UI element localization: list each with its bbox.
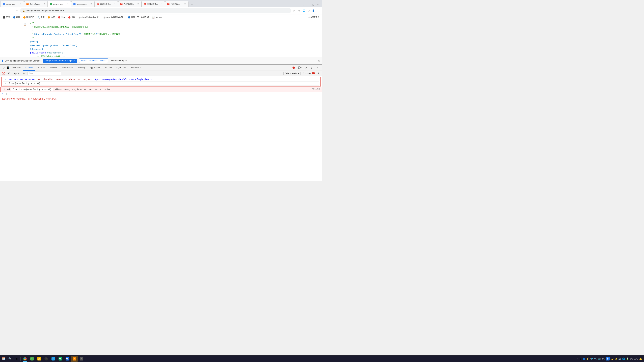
tab-network[interactable]: Network [47, 65, 59, 71]
reload-btn[interactable]: ↻ [14, 8, 19, 13]
tab-console[interactable]: Console [23, 65, 35, 71]
tab-close-btn[interactable]: ✕ [66, 3, 69, 5]
tab-close-btn[interactable]: ✕ [160, 3, 163, 5]
bookmark-smms[interactable]: 📊 SM.MS [151, 15, 163, 19]
java-icon2: ☕ [103, 16, 106, 18]
tab-close-btn[interactable]: ✕ [19, 3, 22, 5]
issues-badge-area: 3 Issues: 3 [303, 72, 315, 75]
devtools-settings-btn[interactable]: ⚙ [304, 65, 308, 70]
more-icon[interactable]: ⋮ [316, 9, 320, 13]
context-selector[interactable]: top ▼ [13, 72, 20, 75]
search-icon: 🔍 [38, 16, 40, 18]
console-settings-btn[interactable]: ⚙ [316, 71, 321, 76]
error-line-container: ⚠ ▶ Webfunction(e){console.log(e.data)}t… [0, 87, 322, 92]
bookmark-label: 阿里巴巴 [26, 16, 34, 19]
extension-icon[interactable]: ⬡ [306, 9, 310, 13]
tab-feng[interactable]: 冯 冯远征说莫... ✕ [118, 1, 142, 7]
bookmark-jd[interactable]: 🔴 京东 [56, 15, 66, 19]
tab-quanguo[interactable]: 全 全国政协委... ✕ [142, 1, 165, 7]
tab-title: spring bo... [6, 3, 18, 5]
always-match-btn[interactable]: Always match Chrome's language [43, 59, 77, 63]
tab-springboo[interactable]: S SpringBoo... ✕ [24, 1, 48, 7]
eye-btn[interactable]: 👁 [22, 71, 26, 76]
tab-bar-end: ⌄ ─ □ ✕ [302, 3, 321, 7]
notify-close-btn[interactable]: ✕ [318, 59, 320, 62]
cursor-placeholder: | [6, 93, 7, 95]
java-icon: ☕ [78, 16, 81, 18]
tab-var-ws[interactable]: v var ws=ne... ✕ [48, 1, 71, 7]
tab-4msg[interactable]: C (4条消息)... ✕ [165, 1, 188, 7]
bookmark-apps[interactable]: ⬛ 应用 [1, 15, 11, 19]
bookmark-label: Java 数据结构与算... [106, 16, 125, 19]
prompt-arrow: > [5, 78, 6, 81]
bookmark-java1[interactable]: ☕ Java 数据结构与算... [77, 15, 102, 19]
default-levels-select[interactable]: Default levels ▼ [284, 72, 300, 75]
clear-console-btn[interactable]: 🚫 [1, 71, 6, 76]
close-window-btn[interactable]: ✕ [316, 3, 320, 7]
devtools-close-btn[interactable]: ✕ [315, 65, 319, 70]
bookmark-baidu[interactable]: 🔵 百度 [12, 15, 22, 19]
profile-icon[interactable]: 👤 [311, 9, 315, 13]
bookmark-label: SM.MS [155, 16, 162, 18]
tab-lighthouse[interactable]: Lighthouse [114, 65, 129, 71]
taobao-icon: 🟠 [48, 16, 50, 18]
bookmark-label: 天猫 [71, 16, 75, 19]
minimize-btn[interactable]: ─ [306, 3, 310, 7]
tab-close-btn[interactable]: ✕ [43, 3, 46, 5]
tab-close-btn[interactable]: ✕ [184, 3, 186, 5]
tab-favicon: w [73, 3, 76, 5]
bookmark-baidu-search[interactable]: 🔵 百度一下，你就知道 [126, 15, 150, 19]
tab-close-btn[interactable]: ✕ [137, 3, 139, 5]
tab-list-btn[interactable]: ⌄ [302, 3, 306, 7]
switch-devtools-btn[interactable]: Switch DevTools to Chinese [79, 58, 108, 63]
dont-show-btn[interactable]: Don't show again [110, 59, 128, 63]
inspect-element-btn[interactable]: ⬡ [1, 65, 6, 70]
bookmark-taobao[interactable]: 🟠 淘宝 [46, 15, 56, 19]
tab-close-btn[interactable]: ✕ [90, 3, 92, 5]
tab-memory[interactable]: Memory [76, 65, 88, 71]
baidu2-icon: 🔵 [128, 16, 130, 18]
copy-icon[interactable]: 📋 [24, 22, 27, 26]
tab-recorder[interactable]: Recorder ▲ [129, 65, 144, 71]
tab-favicon: 冯 [120, 3, 122, 5]
tab-title: 首架接返在... [100, 3, 112, 5]
tab-favicon: v [50, 3, 52, 5]
bookmark-search[interactable]: 🔍 搜索 [36, 15, 46, 19]
tab-performance[interactable]: Performance [59, 65, 76, 71]
reading-list[interactable]: 📖 阅读清单 [307, 15, 321, 19]
bookmark-alibaba[interactable]: 🟠 阿里巴巴 [22, 15, 36, 19]
device-mode-btn[interactable]: 📱 [6, 65, 10, 70]
tab-security[interactable]: Security [102, 65, 114, 71]
issues-indicator: 💬 3 [298, 66, 302, 69]
new-tab-btn[interactable]: + [189, 2, 194, 7]
console-empty-line[interactable]: > | [0, 92, 322, 96]
bookmark-label: 阅读清单 [311, 16, 319, 19]
tab-websocket[interactable]: w websocket... ✕ [71, 1, 94, 7]
tab-spring-bo[interactable]: S spring bo... ✕ [1, 1, 24, 7]
address-bar-input[interactable]: 🔒 cnblogs.com/xuwenjin/p/12664650.html [20, 8, 291, 13]
bookmark-icon[interactable]: ☆ [297, 9, 301, 13]
share-icon[interactable]: ⇱ [292, 9, 296, 13]
chinese-message: 如果后台开启了监听服务，则可以实现连接，并打印消息 [0, 96, 322, 102]
maximize-btn[interactable]: □ [311, 3, 315, 7]
devtools-more-btn[interactable]: ⋮ [309, 65, 314, 70]
page-content: 📋 /** * 前后端交互的类实现消息的接收推送 (自己发送给自己) * * @… [0, 20, 322, 57]
smms-icon: 📊 [152, 16, 155, 18]
notify-text: DevTools is now available in Chinese! [5, 59, 41, 62]
devtools-panel: ⬡ 📱 Elements Console Sources Network Per… [0, 64, 322, 181]
bookmark-label: Java 数据结构与算... [82, 16, 100, 19]
back-btn[interactable]: ← [2, 8, 7, 13]
bookmark-java2[interactable]: ☕ Java 数据结构与算... [102, 15, 126, 19]
tab-sources[interactable]: Sources [35, 65, 47, 71]
tab-elements[interactable]: Elements [10, 65, 23, 71]
tab-application[interactable]: Application [88, 65, 102, 71]
tianmao-icon: 🔴 [68, 16, 70, 18]
bookmark-tianmao[interactable]: 🔴 天猫 [67, 15, 77, 19]
tab-first[interactable]: 首 首架接返在... ✕ [94, 1, 118, 7]
tab-close-btn[interactable]: ✕ [113, 3, 116, 5]
filter-input[interactable] [27, 71, 61, 75]
forward-btn[interactable]: → [8, 8, 13, 13]
preserve-log-btn[interactable]: ⚙ [7, 71, 12, 76]
line-number: VM110:1 [312, 88, 320, 90]
translate-icon[interactable]: 🌐 [302, 9, 306, 13]
